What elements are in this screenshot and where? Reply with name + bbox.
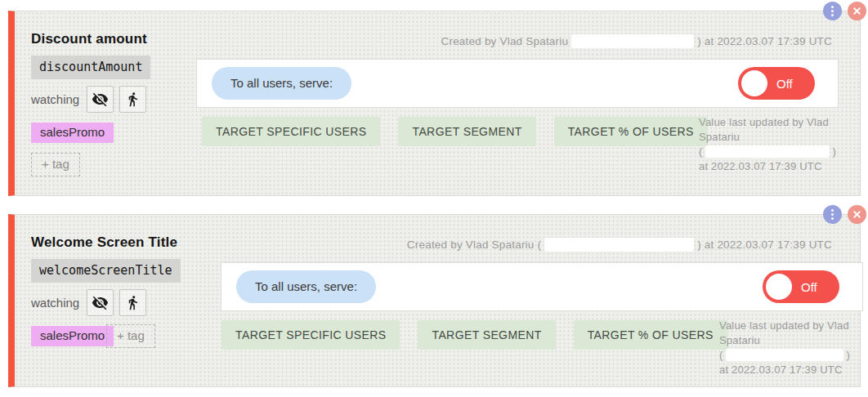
flag-key: discountAmount	[31, 56, 150, 79]
tag-salespromo[interactable]: salesPromo	[31, 326, 114, 346]
toggle-knob	[766, 274, 792, 300]
watching-row: watching	[31, 289, 146, 316]
target-segment-button[interactable]: TARGET SEGMENT	[418, 320, 555, 350]
flag-title: Discount amount	[31, 31, 147, 47]
watchers-hidden-button[interactable]	[87, 86, 114, 113]
toggle-state-label: Off	[801, 280, 817, 294]
close-icon	[852, 6, 862, 16]
kebab-menu-button[interactable]	[823, 2, 842, 20]
target-percent-of-users-button[interactable]: TARGET % OF USERS	[554, 117, 708, 146]
kebab-menu-button[interactable]	[823, 205, 842, 224]
targeting-buttons-row: TARGET SPECIFIC USERS TARGET SEGMENT TAR…	[221, 320, 727, 350]
flag-off-toggle[interactable]: Off	[738, 67, 815, 100]
close-button[interactable]	[848, 205, 866, 224]
redacted-email	[544, 238, 694, 252]
value-last-updated: Value last updated by Vlad Spatariu ( ) …	[699, 115, 836, 174]
kebab-menu-icon	[831, 209, 834, 220]
flag-title: Welcome Screen Title	[31, 234, 177, 251]
watch-flag-button[interactable]	[119, 86, 146, 113]
target-specific-users-button[interactable]: TARGET SPECIFIC USERS	[202, 117, 380, 146]
value-updated-text: Value last updated by Vlad Spatariu	[719, 319, 849, 346]
serve-rule-pill: To all users, serve:	[212, 67, 351, 100]
target-percent-of-users-button[interactable]: TARGET % OF USERS	[574, 320, 727, 350]
value-updated-parens: ( )	[699, 145, 836, 159]
redacted-email	[571, 34, 694, 48]
value-updated-text: Value last updated by Vlad Spatariu	[699, 116, 829, 143]
add-tag-button[interactable]: + tag	[31, 153, 80, 176]
value-updated-date: at 2022.03.07 17:39 UTC	[699, 160, 822, 172]
targeting-buttons-row: TARGET SPECIFIC USERS TARGET SEGMENT TAR…	[202, 117, 708, 146]
watchers-hidden-button[interactable]	[87, 289, 114, 316]
created-by-line: Created by Vlad Spatariu ) at 2022.03.07…	[441, 34, 833, 48]
created-by-prefix: Created by Vlad Spatariu (	[407, 239, 541, 251]
value-updated-date: at 2022.03.07 17:39 UTC	[719, 364, 843, 376]
kebab-menu-icon	[831, 6, 834, 16]
created-by-suffix: ) at 2022.03.07 17:39 UTC	[697, 239, 832, 251]
eye-off-icon	[92, 294, 109, 311]
watch-flag-button[interactable]	[119, 289, 146, 316]
close-button[interactable]	[848, 2, 866, 20]
eye-off-icon	[92, 91, 109, 108]
value-updated-parens: ( )	[719, 348, 850, 363]
feature-flag-card-welcome-screen-title: Welcome Screen Title welcomeScreenTitle …	[8, 214, 861, 387]
feature-flag-card-discount-amount: Discount amount discountAmount watching …	[8, 11, 861, 196]
toggle-state-label: Off	[776, 77, 793, 91]
created-by-suffix: ) at 2022.03.07 17:39 UTC	[697, 35, 832, 47]
toggle-knob	[741, 70, 767, 96]
watching-row: watching	[31, 86, 146, 113]
created-by-prefix: Created by Vlad Spatariu	[441, 35, 569, 47]
redacted-email	[726, 349, 844, 361]
flag-off-toggle[interactable]: Off	[763, 270, 839, 303]
watching-label: watching	[31, 296, 79, 310]
watching-label: watching	[31, 92, 79, 106]
created-by-line: Created by Vlad Spatariu ( ) at 2022.03.…	[407, 238, 832, 252]
walking-person-icon	[125, 295, 141, 310]
target-specific-users-button[interactable]: TARGET SPECIFIC USERS	[221, 320, 400, 350]
serve-rule-pill: To all users, serve:	[236, 270, 376, 303]
serve-rule-panel: To all users, serve: Off	[221, 262, 863, 311]
close-icon	[852, 209, 862, 220]
redacted-email	[705, 145, 830, 158]
add-tag-button[interactable]: + tag	[106, 324, 155, 348]
walking-person-icon	[125, 91, 141, 107]
tag-salespromo[interactable]: salesPromo	[31, 123, 114, 143]
serve-rule-panel: To all users, serve: Off	[196, 59, 839, 108]
target-segment-button[interactable]: TARGET SEGMENT	[398, 117, 535, 146]
flag-key: welcomeScreenTitle	[31, 259, 181, 283]
value-last-updated: Value last updated by Vlad Spatariu ( ) …	[719, 319, 850, 377]
